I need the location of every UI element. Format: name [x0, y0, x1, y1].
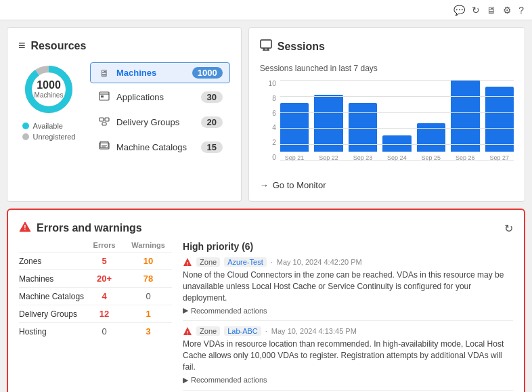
y-label-0: 0	[272, 154, 276, 161]
alert-item-1: ! Zone Lab-ABC · May 10, 2024 4:13:45 PM…	[183, 326, 513, 390]
bar-label-Sep 24: Sep 24	[387, 154, 407, 161]
sessions-icon	[260, 39, 272, 54]
bar-label-Sep 21: Sep 21	[285, 154, 305, 161]
alert-0-linked-tag[interactable]: Azure-Test	[224, 257, 267, 267]
bar-group-Sep 23: Sep 23	[349, 80, 377, 161]
bar-Sep 22	[314, 95, 342, 152]
svg-rect-5	[99, 118, 104, 121]
help-icon[interactable]: ?	[518, 5, 524, 16]
chart-y-axis: 10 8 6 4 2 0	[260, 80, 279, 161]
resource-item-machines[interactable]: 🖥 Machines 1000	[90, 62, 230, 83]
errors-row-zones: Zones 5 10	[19, 252, 172, 269]
chat-icon[interactable]: 💬	[453, 5, 465, 16]
bar-Sep 23	[349, 103, 377, 152]
delivery-groups-count: 20	[201, 116, 223, 128]
y-label-8: 8	[272, 95, 276, 102]
zones-warnings: 10	[125, 256, 172, 266]
alert-1-recommended[interactable]: ▶ Recommended actions	[183, 376, 513, 385]
legend-unregistered: Unregistered	[22, 133, 76, 141]
sessions-title: Sessions	[260, 39, 514, 54]
machines-icon: 🖥	[97, 68, 111, 79]
applications-icon	[97, 91, 111, 104]
alert-0-date: ·	[271, 258, 273, 266]
chevron-right-icon-0: ▶	[183, 306, 188, 315]
machine-catalogs-err-label: Machine Catalogs	[19, 292, 84, 301]
donut-count: 1000	[35, 79, 64, 91]
legend-available: Available	[22, 122, 76, 130]
machines-errors: 20+	[84, 274, 125, 284]
machines-warnings: 78	[125, 274, 172, 284]
svg-text:!: !	[24, 224, 26, 232]
errors-title-text: Errors and warnings	[37, 222, 142, 234]
legend-available-dot	[22, 123, 29, 129]
resources-list: 🖥 Machines 1000 Applica	[90, 62, 230, 158]
main-content: ≡ Resources 1000 Machines	[0, 20, 532, 392]
machines-label: Machines	[116, 68, 187, 78]
svg-text:!: !	[187, 330, 189, 336]
bar-Sep 26	[451, 80, 479, 152]
col-errors-header: Errors	[84, 241, 125, 249]
machine-catalogs-count: 15	[201, 141, 223, 153]
alert-icon-0: !	[183, 257, 192, 267]
errors-body: Errors Warnings Zones 5 10 Machines 20+ …	[19, 241, 513, 392]
arrow-right-icon: →	[260, 180, 269, 190]
sessions-card: Sessions Sessions launched in last 7 day…	[248, 27, 525, 202]
go-to-monitor[interactable]: → Go to Monitor	[260, 180, 514, 190]
bar-Sep 21	[280, 103, 309, 152]
resource-item-applications[interactable]: Applications 30	[90, 86, 230, 108]
alert-1-body: More VDAs in resource location than reco…	[183, 339, 513, 372]
delivery-groups-errors: 12	[84, 309, 125, 319]
bar-Sep 27	[485, 87, 514, 152]
bar-group-Sep 25: Sep 25	[417, 80, 445, 161]
refresh-icon[interactable]: ↻	[472, 5, 480, 16]
bar-group-Sep 22: Sep 22	[314, 80, 342, 161]
chart-bars: Sep 21Sep 22Sep 23Sep 24Sep 25Sep 26Sep …	[280, 80, 514, 161]
legend-unregistered-label: Unregistered	[33, 133, 76, 141]
bar-label-Sep 22: Sep 22	[319, 154, 338, 161]
settings-icon[interactable]: ⚙	[503, 5, 512, 16]
donut-unit: Machines	[35, 92, 64, 100]
errors-row-machine-catalogs: Machine Catalogs 4 0	[19, 287, 172, 305]
monitor-icon[interactable]: 🖥	[487, 5, 496, 16]
resources-title-text: Resources	[31, 40, 87, 52]
alert-header-1: ! Zone Lab-ABC · May 10, 2024 4:13:45 PM	[183, 326, 513, 336]
bar-group-Sep 21: Sep 21	[280, 80, 309, 161]
alert-1-recommended-text: Recommended actions	[191, 376, 267, 384]
sessions-subtitle: Sessions launched in last 7 days	[260, 64, 514, 73]
alert-0-recommended-text: Recommended actions	[191, 307, 267, 315]
resources-icon: ≡	[18, 39, 26, 53]
errors-icon: !	[19, 221, 31, 236]
svg-rect-6	[105, 118, 109, 121]
alert-0-body: None of the Cloud Connectors in the zone…	[183, 269, 513, 303]
legend-unregistered-dot	[22, 133, 29, 140]
alert-header-0: ! Zone Azure-Test · May 10, 2024 4:42:20…	[183, 257, 513, 267]
bar-group-Sep 26: Sep 26	[451, 80, 479, 161]
errors-row-hosting: Hosting 0 3	[19, 322, 172, 340]
alert-1-zone-tag: Zone	[196, 326, 220, 336]
y-label-4: 4	[272, 124, 276, 131]
alert-item-0: ! Zone Azure-Test · May 10, 2024 4:42:20…	[183, 257, 513, 321]
col-label-empty	[19, 241, 84, 249]
chart-area: 10 8 6 4 2 0 Sep 21Sep 2	[260, 80, 514, 175]
alert-0-recommended[interactable]: ▶ Recommended actions	[183, 306, 513, 315]
bar-Sep 25	[417, 123, 445, 152]
y-label-10: 10	[269, 80, 276, 87]
errors-row-machines: Machines 20+ 78	[19, 269, 172, 287]
bar-label-Sep 23: Sep 23	[353, 154, 373, 161]
alert-1-linked-tag[interactable]: Lab-ABC	[224, 326, 261, 336]
errors-warnings-card: ! Errors and warnings ↻ Errors Warnings …	[7, 209, 525, 392]
svg-rect-7	[102, 123, 106, 125]
priority-section: High priority (6) ! Zone Azure-Test ·	[183, 241, 513, 392]
svg-rect-12	[261, 40, 271, 48]
bar-label-Sep 27: Sep 27	[490, 154, 510, 161]
machine-catalogs-warnings: 0	[125, 291, 172, 301]
errors-refresh-icon[interactable]: ↻	[504, 222, 513, 235]
top-bar: 💬 ↻ 🖥 ⚙ ?	[0, 0, 532, 20]
errors-row-delivery-groups: Delivery Groups 12 1	[19, 305, 172, 322]
resource-item-delivery-groups[interactable]: Delivery Groups 20	[90, 111, 230, 133]
errors-table: Errors Warnings Zones 5 10 Machines 20+ …	[19, 241, 172, 392]
priority-title: High priority (6)	[183, 241, 513, 252]
zones-errors: 5	[84, 256, 125, 266]
resource-item-machine-catalogs[interactable]: Machine Catalogs 15	[90, 136, 230, 158]
alert-1-date-text: May 10, 2024 4:13:45 PM	[271, 327, 357, 335]
